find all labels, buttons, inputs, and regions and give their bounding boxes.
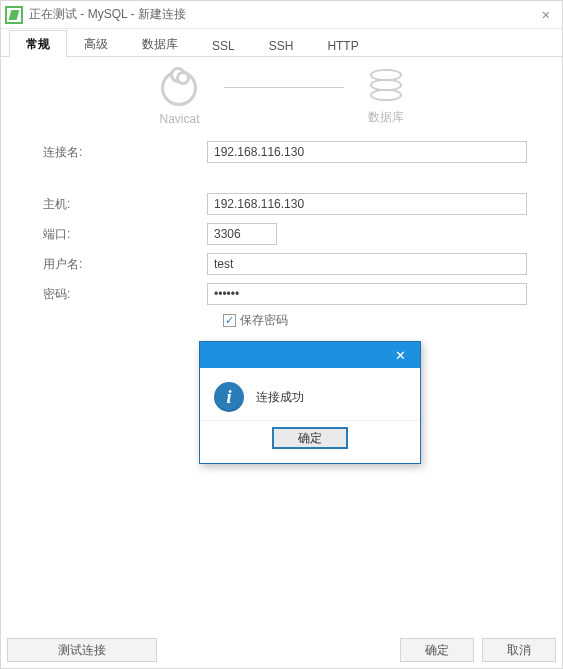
- label-username: 用户名:: [17, 256, 207, 273]
- tab-http[interactable]: HTTP: [310, 33, 375, 57]
- app-icon: [5, 6, 23, 24]
- test-connection-button[interactable]: 测试连接: [7, 638, 157, 662]
- tab-database[interactable]: 数据库: [125, 30, 195, 57]
- titlebar: 正在测试 - MySQL - 新建连接 ×: [1, 1, 562, 29]
- connection-form: 连接名: 主机: 端口: 用户名: 密码: ✓ 保存密码: [1, 132, 562, 329]
- window-title: 正在测试 - MySQL - 新建连接: [29, 6, 186, 23]
- tab-ssl[interactable]: SSL: [195, 33, 252, 57]
- label-password: 密码:: [17, 286, 207, 303]
- result-dialog-titlebar: ✕: [200, 342, 420, 368]
- ok-button[interactable]: 确定: [400, 638, 474, 662]
- label-port: 端口:: [17, 226, 207, 243]
- checkbox-icon: ✓: [223, 314, 236, 327]
- result-dialog-close-button[interactable]: ✕: [382, 344, 418, 366]
- port-input[interactable]: [207, 223, 277, 245]
- connection-name-input[interactable]: [207, 141, 527, 163]
- result-dialog-message: 连接成功: [256, 389, 304, 406]
- dialog-footer: 测试连接 确定 取消: [7, 638, 556, 662]
- cancel-button[interactable]: 取消: [482, 638, 556, 662]
- tab-ssh[interactable]: SSH: [252, 33, 311, 57]
- info-icon: i: [214, 382, 244, 412]
- hero-db-label: 数据库: [368, 109, 404, 126]
- result-dialog-ok-button[interactable]: 确定: [272, 427, 348, 449]
- save-password-checkbox[interactable]: ✓ 保存密码: [223, 312, 288, 329]
- tab-bar: 常规 高级 数据库 SSL SSH HTTP: [1, 29, 562, 57]
- hero-connector-line: [224, 87, 344, 88]
- tab-general[interactable]: 常规: [9, 30, 67, 57]
- connection-hero: Navicat 数据库: [1, 57, 562, 132]
- tab-advanced[interactable]: 高级: [67, 30, 125, 57]
- password-input[interactable]: [207, 283, 527, 305]
- window-close-button[interactable]: ×: [536, 7, 556, 23]
- database-icon: [370, 69, 402, 103]
- label-connection-name: 连接名:: [17, 144, 207, 161]
- save-password-label: 保存密码: [240, 312, 288, 329]
- username-input[interactable]: [207, 253, 527, 275]
- host-input[interactable]: [207, 193, 527, 215]
- navicat-icon: [161, 70, 197, 106]
- hero-navicat-label: Navicat: [159, 112, 199, 126]
- result-dialog: ✕ i 连接成功 确定: [199, 341, 421, 464]
- label-host: 主机:: [17, 196, 207, 213]
